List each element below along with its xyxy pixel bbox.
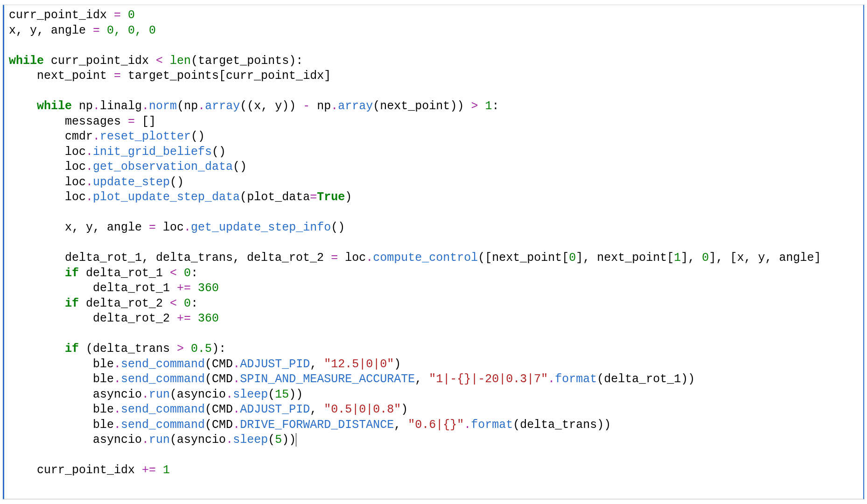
code-line: asyncio.run(asyncio.sleep(5)) <box>9 433 296 447</box>
code-line: ble.send_command(CMD.DRIVE_FORWARD_DISTA… <box>9 418 611 432</box>
code-line: ble.send_command(CMD.ADJUST_PID, "0.5|0|… <box>9 403 408 416</box>
code-line: messages = [] <box>9 115 156 128</box>
code-line: asyncio.run(asyncio.sleep(15)) <box>9 388 303 401</box>
code-line: x, y, angle = loc.get_update_step_info() <box>9 221 345 234</box>
notebook-code-cell[interactable]: curr_point_idx = 0 x, y, angle = 0, 0, 0… <box>3 5 864 499</box>
code-line: while curr_point_idx < len(target_points… <box>9 54 303 68</box>
code-line: ble.send_command(CMD.ADJUST_PID, "12.5|0… <box>9 357 401 371</box>
code-line: ble.send_command(CMD.SPIN_AND_MEASURE_AC… <box>9 372 695 386</box>
code-line: delta_rot_2 += 360 <box>9 312 219 325</box>
code-line: if delta_rot_2 < 0: <box>9 297 198 310</box>
code-line: curr_point_idx = 0 <box>9 8 135 22</box>
code-line: if (delta_trans > 0.5): <box>9 342 226 356</box>
code-line: loc.plot_update_step_data(plot_data=True… <box>9 190 352 204</box>
code-editor[interactable]: curr_point_idx = 0 x, y, angle = 0, 0, 0… <box>4 5 863 481</box>
code-line: delta_rot_1, delta_trans, delta_rot_2 = … <box>9 251 821 265</box>
code-line: loc.get_observation_data() <box>9 160 247 174</box>
code-line: loc.init_grid_beliefs() <box>9 145 226 159</box>
code-line: x, y, angle = 0, 0, 0 <box>9 24 156 37</box>
text-cursor: ) <box>289 433 296 447</box>
code-line: delta_rot_1 += 360 <box>9 281 219 295</box>
code-line: while np.linalg.norm(np.array((x, y)) - … <box>9 99 499 113</box>
code-line: if delta_rot_1 < 0: <box>9 266 198 280</box>
code-line: next_point = target_points[curr_point_id… <box>9 69 331 83</box>
code-line: curr_point_idx += 1 <box>9 463 170 477</box>
code-line: loc.update_step() <box>9 175 184 189</box>
code-line: cmdr.reset_plotter() <box>9 130 205 143</box>
